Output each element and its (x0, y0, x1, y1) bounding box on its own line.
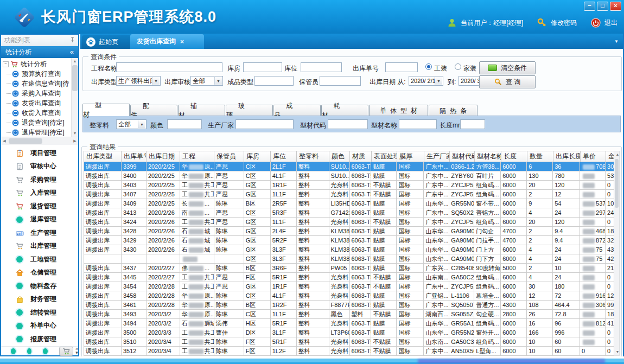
module-dot-icon[interactable] (11, 348, 16, 354)
whole-part-dropdown[interactable]: 全部▼ (116, 119, 147, 129)
column-header[interactable]: 单价 (581, 151, 606, 162)
search-button[interactable]: 查 询 (479, 75, 536, 88)
sidebar-item-clipboard-orange[interactable]: 项目管理 (1, 146, 78, 160)
column-header[interactable]: 膜厚 (397, 151, 424, 162)
table-row[interactable]: 调拨出库33992020/2/25华原...严思C区2L1F整料SU10...6… (84, 162, 617, 171)
table-row[interactable]: 调拨出库34132020/2/26南...严思C区5R3F整料G71422606… (84, 208, 617, 218)
material-tab-7[interactable]: 单体型材 (369, 105, 428, 116)
table-row[interactable]: 调拨出库35122020/3/4工共工程陈琳F区1L2F整料光身料6063-T5… (84, 347, 617, 356)
maker-input[interactable] (235, 119, 294, 129)
tree-item[interactable]: 退货查询[待定] (2, 118, 72, 127)
sidebar-item-cart-gray[interactable]: 采购管理 (1, 173, 78, 187)
out-type-dropdown[interactable]: 生产领料出库▼ (116, 76, 161, 86)
radio-gongzhuang[interactable] (425, 63, 432, 70)
column-header[interactable]: 出库长度 (553, 151, 581, 162)
scroll-up-icon[interactable]: ▲ (72, 58, 78, 65)
sidebar-item-dot-teal[interactable]: 退库管理 (1, 213, 78, 227)
table-row[interactable]: 调拨出库34302020/2/26石城陈琳G区3L3F整料KLM38176063… (84, 245, 617, 254)
sidebar-item-dot-teal[interactable]: 报废管理 (1, 333, 78, 346)
section-header-statistics[interactable]: 统计分析 « (1, 46, 78, 58)
column-header[interactable]: 生产厂家 (424, 151, 450, 162)
table-row[interactable]: 调拨出库34282020/2/26石城陈琳G区2L4F整料KLM38176063… (84, 227, 617, 236)
column-header[interactable]: 材质 (350, 151, 372, 162)
tree-hscroll-thumb[interactable] (9, 138, 42, 144)
table-vertical-scrollbar[interactable]: ▲ ▼ (614, 151, 620, 356)
column-header[interactable]: 整零料 (297, 151, 329, 162)
expander-icon[interactable]: − (3, 61, 9, 67)
material-tab-8[interactable]: 隔热条 (429, 105, 477, 116)
module-dot-icon[interactable] (43, 348, 48, 354)
table-row[interactable]: 调拨出库34092020/2/25长...陈琳B区2R5F整料LI35HD606… (84, 199, 617, 208)
table-row[interactable]: 调拨出库34542020/2/28工共工程严思G区1R1F整料光身料6063-T… (84, 282, 617, 291)
column-header[interactable]: 库房 (244, 151, 271, 162)
table-row[interactable]: 调拨出库34072020/2/25工共工程严思G区1L1F整料光身料6063-T… (84, 190, 617, 199)
column-header[interactable]: 出库类型 (84, 151, 122, 162)
sidebar-item-clipboard-gray[interactable]: 审核中心 (1, 160, 78, 174)
tree-vscroll-thumb[interactable] (72, 65, 78, 91)
radio-jiazhuang[interactable] (455, 63, 461, 70)
tree-root[interactable]: − 统计分析 (2, 59, 72, 69)
location-input[interactable] (301, 62, 342, 72)
scroll-up-icon[interactable]: ▲ (614, 151, 621, 158)
profile-code-input[interactable] (328, 119, 368, 129)
sidebar-item-dot-teal[interactable]: 补单中心 (1, 320, 78, 333)
tab-list-caret-icon[interactable]: ▼ (614, 39, 619, 44)
material-tab-1[interactable]: 型材 (82, 104, 130, 116)
sidebar-item-dot-teal[interactable]: 结转管理 (1, 306, 78, 320)
table-row[interactable]: 调拨出库34242020/2/26工共工程严思G区1L1F整料光身料6063-T… (84, 218, 617, 227)
sidebar-item-chart-blue[interactable]: 生产管理 (1, 226, 78, 240)
keeper-input[interactable] (320, 76, 361, 86)
module-dot-icon[interactable] (27, 348, 32, 354)
column-header[interactable]: 颜色 (329, 151, 350, 162)
material-tab-6[interactable]: 耗材 (321, 105, 368, 116)
tree-item[interactable]: 收货入库查询 (2, 108, 72, 118)
sidebar-item-house-orange[interactable]: 仓储管理 (1, 266, 78, 280)
table-row[interactable]: 调拨出库34612020/2/28华原...陈琳B区1R2F整料F8877FT6… (84, 301, 617, 310)
date-from-picker[interactable]: 2020/ 2/16▼ (409, 76, 443, 86)
column-header[interactable]: 型材名称 (475, 151, 501, 162)
product-type-input[interactable] (254, 76, 294, 86)
table-row[interactable]: 调拨出库34372020/2/27佛...陈琳B区3R6F整料PW056063-… (84, 264, 617, 273)
sidebar-item-dot-teal[interactable]: 物料盘存 (1, 279, 78, 293)
tree-item[interactable]: 发货出库查询 (2, 98, 72, 108)
tree-vertical-scrollbar[interactable]: ▲ ▼ (71, 58, 78, 137)
table-row[interactable]: 调拨出库35002020/3/3工共工程曹佳D区3L1F整料LT3P606063… (84, 328, 617, 337)
scroll-down-icon[interactable]: ▼ (614, 349, 621, 355)
logout-link[interactable]: 退出 (604, 18, 617, 28)
material-tab-3[interactable]: 辅材 (178, 105, 225, 116)
audit-dropdown[interactable]: 全部▼ (190, 76, 223, 86)
maximize-button[interactable]: □ (597, 2, 608, 11)
minimize-button[interactable]: − (584, 2, 595, 11)
table-row[interactable]: 调拨出库34032020/2/25工共工程严思G区1R1F整料光身料6063-T… (84, 181, 617, 190)
tree-item[interactable]: 在途信息查询[待 (2, 79, 72, 88)
table-row[interactable]: 调拨出库34002020/2/25华原...严思C区4L1F整料SU10...6… (84, 171, 617, 181)
column-header[interactable]: 出库日期 (147, 151, 180, 162)
table-row[interactable]: 调拨出库34932020/3/2华原...陈琳C区1L1F整料黑色塑料不贴膜国标… (84, 310, 617, 319)
column-header[interactable]: 工程 (180, 151, 214, 162)
column-header[interactable]: 表面处理 (372, 151, 397, 162)
project-name-input[interactable] (116, 62, 222, 72)
column-header[interactable]: 出库单号 (122, 151, 147, 162)
sidebar-item-cart-red[interactable]: 退货管理 (1, 200, 78, 213)
collapse-icon[interactable]: « (70, 46, 74, 58)
table-row[interactable]: 调拨出库35102020/3/4工共工程陈琳F区5R1F整料光身料6063-T5… (84, 337, 617, 347)
length-input[interactable] (460, 119, 485, 129)
sidebar-item-dot-teal[interactable]: 工地管理 (1, 253, 78, 266)
change-password-link[interactable]: 修改密码 (551, 18, 577, 28)
sidebar-item-money-gold[interactable]: 财务管理 (1, 293, 78, 306)
table-row[interactable]: 调拨出库34582020/2/28华原...陈琳C区4L1F整料光身料6063-… (84, 291, 617, 301)
scroll-down-icon[interactable]: ▼ (72, 130, 78, 137)
table-vscroll-thumb[interactable] (615, 159, 619, 208)
scroll-right-icon[interactable]: ▶ (72, 138, 78, 144)
tree-item[interactable]: 退库管理[待定] (2, 127, 72, 137)
table-row[interactable]: 调拨出库34942020/3/2石辉城汤伟H区5R1F整料光身料6063-T5贴… (84, 319, 617, 328)
clear-conditions-button[interactable]: 清空条件 (479, 61, 536, 74)
order-no-input[interactable] (385, 62, 418, 72)
tab-shipping-outbound-query[interactable]: 发货出库查询 × (130, 34, 204, 49)
sidebar-item-cart-green[interactable]: 入库管理 (1, 187, 78, 200)
material-tab-2[interactable]: 配件 (130, 105, 177, 116)
tab-close-icon[interactable]: × (180, 38, 184, 46)
overflow-chevron-icon[interactable]: »▾ (75, 347, 78, 355)
profile-name-input[interactable] (399, 119, 437, 129)
sidebar-item-cart-amber[interactable]: 出库管理 (1, 240, 78, 253)
